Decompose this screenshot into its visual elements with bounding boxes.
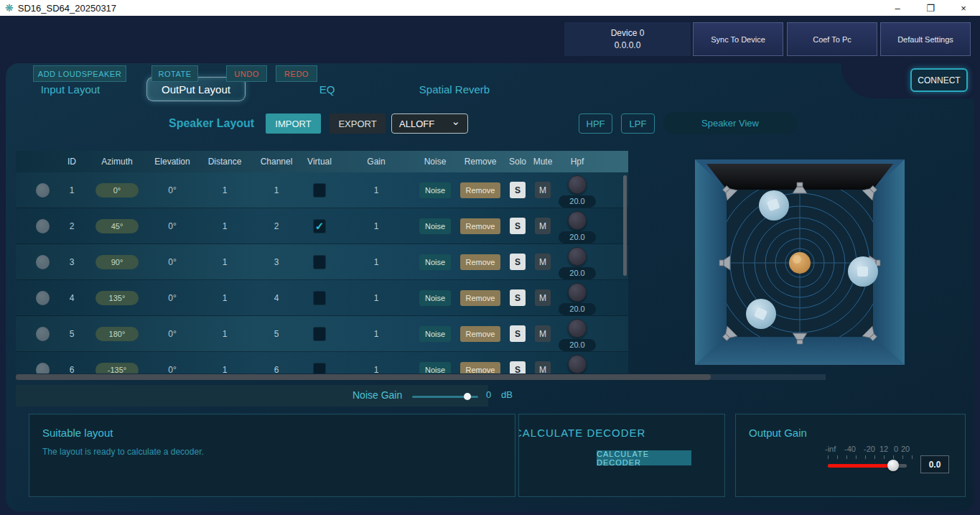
redo-button[interactable]: REDO <box>276 65 317 82</box>
suitable-layout-panel: Suitable layout The layout is ready to c… <box>29 414 515 497</box>
cell-elevation[interactable]: 0° <box>146 293 198 303</box>
device-selector[interactable]: Device 0 0.0.0.0 <box>564 22 691 56</box>
virtual-checkbox[interactable] <box>313 183 326 198</box>
hpf-knob[interactable] <box>568 283 587 302</box>
cell-gain[interactable]: 1 <box>337 221 415 231</box>
export-button[interactable]: EXPORT <box>330 113 386 134</box>
hpf-knob[interactable] <box>568 211 587 230</box>
add-loudspeaker-button[interactable]: ADD LOUDSPEAKER <box>33 65 126 82</box>
remove-button[interactable]: Remove <box>460 254 500 270</box>
speaker-view-button[interactable]: Speaker View <box>663 112 797 134</box>
tab-eq[interactable]: EQ <box>271 83 383 96</box>
cell-gain[interactable]: 1 <box>337 329 415 339</box>
mute-button[interactable]: M <box>535 254 551 270</box>
remove-button[interactable]: Remove <box>460 182 500 198</box>
connect-button[interactable]: CONNECT <box>910 68 968 92</box>
cell-elevation[interactable]: 0° <box>146 221 198 231</box>
virtual-checkbox[interactable] <box>313 327 326 341</box>
cell-gain[interactable]: 1 <box>337 257 415 267</box>
output-gain-slider[interactable] <box>828 464 907 468</box>
noise-button[interactable]: Noise <box>419 254 451 270</box>
azimuth-field[interactable]: 0° <box>95 183 139 198</box>
mute-button[interactable]: M <box>535 361 551 374</box>
table-horizontal-scrollbar[interactable] <box>16 374 826 380</box>
azimuth-field[interactable]: 90° <box>95 255 139 269</box>
mute-button[interactable]: M <box>535 182 551 198</box>
cell-elevation[interactable]: 0° <box>146 257 198 267</box>
rotate-button[interactable]: ROTATE <box>151 65 198 82</box>
solo-button[interactable]: S <box>510 218 526 234</box>
cell-channel[interactable]: 2 <box>251 221 302 231</box>
col-header-elevation: Elevation <box>146 157 198 167</box>
hpf-knob[interactable] <box>568 355 587 374</box>
cell-gain[interactable]: 1 <box>337 365 415 374</box>
speaker-table-header: ID Azimuth Elevation Distance Channel Vi… <box>16 151 628 172</box>
solo-button[interactable]: S <box>510 254 526 270</box>
solo-button[interactable]: S <box>510 289 526 306</box>
minimize-icon[interactable]: – <box>881 0 914 16</box>
cell-distance[interactable]: 1 <box>198 185 251 195</box>
hpf-knob[interactable] <box>568 247 587 266</box>
sync-to-device-button[interactable]: Sync To Device <box>693 22 783 56</box>
cell-channel[interactable]: 1 <box>251 185 302 195</box>
cell-distance[interactable]: 1 <box>198 365 251 374</box>
cell-distance[interactable]: 1 <box>198 329 251 339</box>
noise-button[interactable]: Noise <box>419 218 451 234</box>
virtual-checkbox[interactable] <box>313 255 326 269</box>
remove-button[interactable]: Remove <box>460 218 500 234</box>
default-settings-button[interactable]: Default Settings <box>880 22 971 56</box>
coef-to-pc-button[interactable]: Coef To Pc <box>787 22 877 56</box>
noise-button[interactable]: Noise <box>419 182 451 198</box>
cell-elevation[interactable]: 0° <box>146 365 198 374</box>
virtual-checkbox[interactable]: ✓ <box>313 219 326 233</box>
cell-elevation[interactable]: 0° <box>146 329 198 339</box>
mute-button[interactable]: M <box>535 218 551 234</box>
noise-button[interactable]: Noise <box>419 326 451 342</box>
close-icon[interactable]: × <box>947 0 980 16</box>
restore-icon[interactable]: ❐ <box>914 0 947 16</box>
cell-distance[interactable]: 1 <box>198 221 251 231</box>
noise-gain-slider[interactable] <box>412 396 478 398</box>
import-button[interactable]: IMPORT <box>266 113 321 134</box>
remove-button[interactable]: Remove <box>460 290 500 306</box>
remove-button[interactable]: Remove <box>460 362 500 374</box>
hpf-knob[interactable] <box>568 319 587 338</box>
cell-channel[interactable]: 5 <box>251 329 302 339</box>
cell-channel[interactable]: 6 <box>251 365 302 374</box>
output-gain-title: Output Gain <box>749 427 807 439</box>
filter-dropdown[interactable]: ALLOFF ⌄ <box>391 113 468 134</box>
table-vertical-scrollbar[interactable] <box>623 175 627 276</box>
mute-button[interactable]: M <box>535 325 551 342</box>
cell-distance[interactable]: 1 <box>198 257 251 267</box>
virtual-checkbox[interactable] <box>313 363 326 374</box>
cell-gain[interactable]: 1 <box>337 293 415 303</box>
hpf-toggle-button[interactable]: HPF <box>579 113 612 134</box>
output-gain-slider-thumb[interactable] <box>887 460 899 471</box>
cell-elevation[interactable]: 0° <box>146 185 198 195</box>
scrollbar-thumb[interactable] <box>16 374 711 380</box>
noise-button[interactable]: Noise <box>419 362 451 374</box>
azimuth-field[interactable]: 45° <box>95 219 139 233</box>
cell-channel[interactable]: 3 <box>251 257 302 267</box>
cell-distance[interactable]: 1 <box>198 293 251 303</box>
solo-button[interactable]: S <box>510 325 526 342</box>
undo-button[interactable]: UNDO <box>226 65 267 82</box>
azimuth-field[interactable]: 180° <box>95 327 139 341</box>
calculate-decoder-button[interactable]: CALCULATE DECODER <box>597 450 691 465</box>
solo-button[interactable]: S <box>510 361 526 374</box>
noise-gain-slider-thumb[interactable] <box>464 393 471 400</box>
noise-button[interactable]: Noise <box>419 290 451 306</box>
cell-channel[interactable]: 4 <box>251 293 302 303</box>
mute-button[interactable]: M <box>535 289 551 306</box>
speaker-room-view[interactable] <box>695 159 905 366</box>
hpf-knob[interactable] <box>568 175 587 194</box>
azimuth-field[interactable]: -135° <box>95 363 139 374</box>
remove-button[interactable]: Remove <box>460 326 500 342</box>
lpf-toggle-button[interactable]: LPF <box>621 113 655 134</box>
tab-spatial-reverb[interactable]: Spatial Reverb <box>383 83 526 96</box>
cell-gain[interactable]: 1 <box>337 185 415 195</box>
solo-button[interactable]: S <box>510 182 526 198</box>
virtual-checkbox[interactable] <box>313 291 326 305</box>
tab-input-layout[interactable]: Input Layout <box>20 83 121 96</box>
azimuth-field[interactable]: 135° <box>95 291 139 305</box>
